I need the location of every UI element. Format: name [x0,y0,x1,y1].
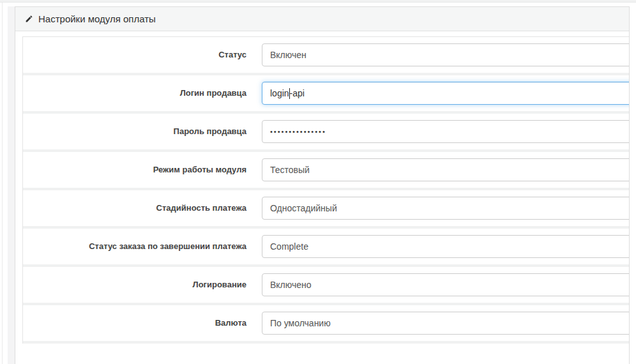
form-row-module-mode: Режим работы модуля Тестовый [23,152,630,190]
top-divider [0,0,636,3]
payment-stage-select[interactable]: Одностадийный [262,197,630,220]
payment-module-settings-panel: Настройки модуля оплаты Статус Включен Л… [15,6,630,364]
login-text-before-caret: login [270,88,289,98]
form-row-status: Статус Включен [23,37,630,75]
form-row-order-status: Статус заказа по завершении платежа Comp… [23,229,630,267]
currency-label: Валюта [23,318,246,328]
merchant-password-input[interactable]: ••••••••••••••• [262,120,630,143]
form-row-logging: Логирование Включено [23,267,630,305]
settings-form: Статус Включен Логин продавца login-api … [22,36,630,344]
logging-label: Логирование [23,280,246,290]
panel-heading: Настройки модуля оплаты [15,7,629,31]
logging-select[interactable]: Включено [262,273,630,296]
left-gutter [8,6,15,364]
status-select[interactable]: Включен [262,43,630,66]
module-mode-label: Режим работы модуля [23,165,246,175]
currency-select[interactable]: По умолчанию [262,312,630,335]
order-status-select[interactable]: Complete [262,235,630,258]
module-mode-select[interactable]: Тестовый [262,158,630,181]
settings-page: Настройки модуля оплаты Статус Включен Л… [0,0,636,364]
form-row-merchant-password: Пароль продавца ••••••••••••••• [23,114,630,152]
status-label: Статус [23,50,246,60]
panel-body: Статус Включен Логин продавца login-api … [15,31,629,344]
form-row-currency: Валюта По умолчанию [23,305,630,344]
merchant-login-input[interactable]: login-api [262,82,630,105]
form-row-merchant-login: Логин продавца login-api [23,75,630,114]
form-row-payment-stage: Стадийность платежа Одностадийный [23,190,630,229]
login-text-after-caret: -api [290,88,305,98]
container-left-border [2,3,3,364]
payment-stage-label: Стадийность платежа [23,203,246,213]
order-status-label: Статус заказа по завершении платежа [23,241,246,252]
merchant-login-label: Логин продавца [23,88,246,98]
pencil-icon [25,15,33,23]
panel-title: Настройки модуля оплаты [38,13,156,24]
merchant-password-label: Пароль продавца [23,126,246,137]
